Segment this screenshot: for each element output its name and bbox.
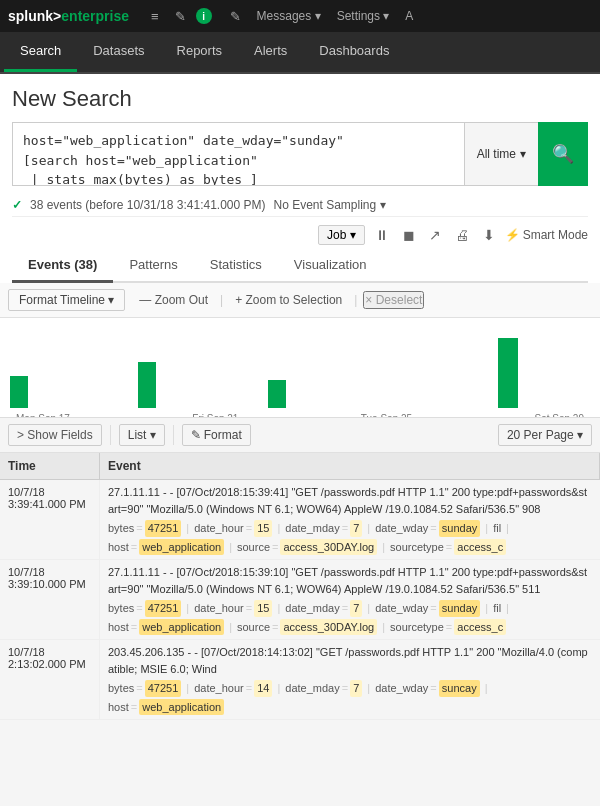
field-value[interactable]: 15 — [254, 520, 272, 537]
field-equals: = — [272, 539, 278, 556]
navtab-alerts[interactable]: Alerts — [238, 32, 303, 72]
field-equals: = — [131, 619, 137, 636]
field-item: date_mday = 7 — [285, 600, 362, 617]
field-separator: | — [367, 600, 370, 617]
field-value[interactable]: access_c — [454, 539, 506, 556]
field-equals: = — [342, 520, 348, 537]
field-value[interactable]: web_application — [139, 619, 224, 636]
search-go-button[interactable]: 🔍 — [538, 122, 588, 186]
field-key: date_mday — [285, 600, 339, 617]
toolbar-sep1 — [110, 425, 111, 445]
event-content: 27.1.11.11 - - [07/Oct/2018:15:39:10] "G… — [100, 560, 600, 639]
field-item: date_wday = sunday — [375, 600, 480, 617]
field-value[interactable]: 47251 — [145, 600, 182, 617]
info-icon[interactable]: i — [196, 8, 212, 24]
tab-visualization[interactable]: Visualization — [278, 249, 383, 283]
field-key: date_wday — [375, 680, 428, 697]
user-link[interactable]: A — [399, 7, 419, 25]
sampling-button[interactable]: No Event Sampling ▾ — [274, 198, 386, 212]
field-value[interactable]: access_c — [454, 619, 506, 636]
field-separator: | — [506, 600, 509, 617]
field-value[interactable]: 15 — [254, 600, 272, 617]
table-header: Time Event — [0, 453, 600, 480]
chart-label-3: Tue Sep 25 — [361, 413, 412, 418]
field-key: date_mday — [285, 520, 339, 537]
pencil-icon[interactable]: ✎ — [169, 7, 192, 26]
field-key: date_wday — [375, 520, 428, 537]
export-button[interactable]: ⬇ — [479, 225, 499, 245]
job-bar: Job ▾ ⏸ ◼ ↗ 🖨 ⬇ ⚡ Smart Mode — [12, 221, 588, 249]
show-fields-button[interactable]: > Show Fields — [8, 424, 102, 446]
field-separator: | — [186, 600, 189, 617]
format-button[interactable]: ✎ Format — [182, 424, 251, 446]
tab-events[interactable]: Events (38) — [12, 249, 113, 283]
field-equals: = — [131, 699, 137, 716]
logo-enterprise: enterprise — [61, 8, 129, 24]
field-item: date_hour = 15 — [194, 520, 272, 537]
messages-link[interactable]: Messages ▾ — [251, 7, 327, 25]
page-title: New Search — [12, 86, 588, 112]
event-fields: bytes = 47251|date_hour = 15|date_mday =… — [108, 600, 592, 635]
field-value[interactable]: sunday — [439, 600, 480, 617]
zoom-out-button[interactable]: — Zoom Out — [129, 290, 218, 310]
field-item: date_mday = 7 — [285, 680, 362, 697]
field-value[interactable]: 14 — [254, 680, 272, 697]
smart-mode-icon: ⚡ — [505, 228, 520, 242]
field-item: date_mday = 7 — [285, 520, 362, 537]
field-key: date_hour — [194, 600, 244, 617]
field-value[interactable]: web_application — [139, 699, 224, 716]
format-pencil-icon: ✎ — [191, 428, 201, 442]
field-value[interactable]: 7 — [350, 520, 362, 537]
navtab-dashboards[interactable]: Dashboards — [303, 32, 405, 72]
field-equals: = — [430, 680, 436, 697]
field-value[interactable]: 47251 — [145, 520, 182, 537]
per-page-button[interactable]: 20 Per Page ▾ — [498, 424, 592, 446]
share-button[interactable]: ↗ — [425, 225, 445, 245]
field-value[interactable]: 47251 — [145, 680, 182, 697]
tab-statistics[interactable]: Statistics — [194, 249, 278, 283]
pause-button[interactable]: ⏸ — [371, 225, 393, 245]
navtab-reports[interactable]: Reports — [161, 32, 239, 72]
topbar: splunk>enterprise ≡ ✎ i ✎ Messages ▾ Set… — [0, 0, 600, 32]
field-equals: = — [446, 619, 452, 636]
smart-mode-button[interactable]: ⚡ Smart Mode — [505, 228, 588, 242]
format-timeline-button[interactable]: Format Timeline ▾ — [8, 289, 125, 311]
field-value[interactable]: web_application — [139, 539, 224, 556]
job-button[interactable]: Job ▾ — [318, 225, 365, 245]
navtab-datasets[interactable]: Datasets — [77, 32, 160, 72]
field-item: bytes = 47251 — [108, 600, 181, 617]
print-button[interactable]: 🖨 — [451, 225, 473, 245]
field-value[interactable]: 7 — [350, 600, 362, 617]
tab-patterns[interactable]: Patterns — [113, 249, 193, 283]
event-content: 27.1.11.11 - - [07/Oct/2018:15:39:41] "G… — [100, 480, 600, 559]
nav-icon[interactable]: ≡ — [145, 7, 165, 26]
field-equals: = — [131, 539, 137, 556]
list-button[interactable]: List ▾ — [119, 424, 165, 446]
table-row: 10/7/18 2:13:02.000 PM203.45.206.135 - -… — [0, 640, 600, 720]
field-value[interactable]: suncay — [439, 680, 480, 697]
status-check-icon: ✓ — [12, 198, 22, 212]
stop-button[interactable]: ◼ — [399, 225, 419, 245]
search-input[interactable]: host="web_application" date_wday="sunday… — [12, 122, 464, 186]
field-key: source — [237, 619, 270, 636]
deselect-button[interactable]: × Deselect — [363, 291, 424, 309]
settings-link[interactable]: Settings ▾ — [331, 7, 396, 25]
field-value[interactable]: 7 — [350, 680, 362, 697]
field-value[interactable]: access_30DAY.log — [280, 539, 377, 556]
field-value[interactable]: access_30DAY.log — [280, 619, 377, 636]
job-label: Job ▾ — [327, 228, 356, 242]
field-item: date_hour = 14 — [194, 680, 272, 697]
chart-label-2: Fri Sep 21 — [192, 413, 238, 418]
field-key: date_hour — [194, 520, 244, 537]
field-value[interactable]: sunday — [439, 520, 480, 537]
navtab-search[interactable]: Search — [4, 32, 77, 72]
zoom-selection-button[interactable]: + Zoom to Selection — [225, 290, 352, 310]
field-key: fil — [493, 600, 501, 617]
field-separator: | — [485, 680, 488, 697]
table-row: 10/7/18 3:39:41.000 PM27.1.11.11 - - [07… — [0, 480, 600, 560]
alert-icon[interactable]: ✎ — [224, 7, 247, 26]
event-fields: bytes = 47251|date_hour = 15|date_mday =… — [108, 520, 592, 555]
field-item: fil — [493, 600, 501, 617]
time-header: Time — [0, 453, 100, 479]
time-range-button[interactable]: All time ▾ — [464, 122, 538, 186]
